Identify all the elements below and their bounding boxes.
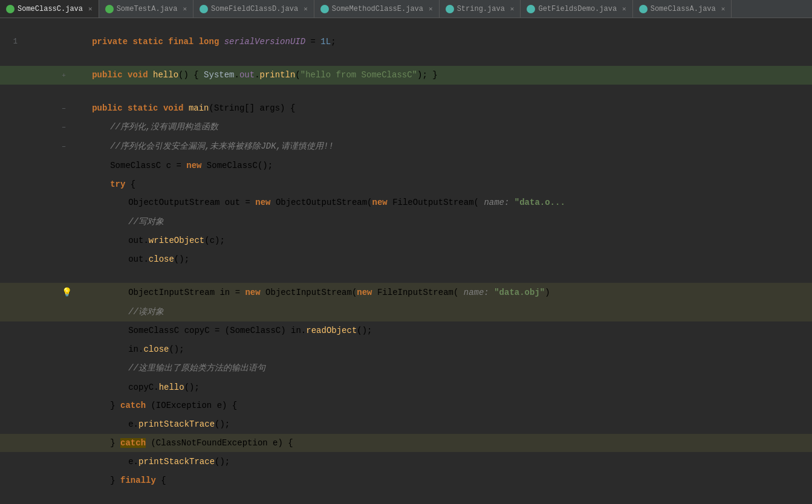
tab-close-string[interactable]: ✕ <box>510 5 515 13</box>
tab-icon-string <box>446 5 454 13</box>
tab-label-somefieldclassd: SomeFieldClassD.java <box>211 5 298 13</box>
tab-label-somemethodclasse: SomeMethodClassE.java <box>332 5 423 13</box>
line-num-1: 1 <box>0 34 21 49</box>
tab-close-getfieldsdemo[interactable]: ✕ <box>622 5 626 13</box>
tab-icon-sometesta <box>105 5 114 13</box>
tab-label-string: String.java <box>457 5 505 13</box>
tab-icon-someclassa <box>639 5 648 13</box>
tab-close-sometesta[interactable]: ✕ <box>183 5 187 13</box>
tab-label-someclassc: SomeClassC.java <box>18 5 83 13</box>
tab-somemethodclasse[interactable]: SomeMethodClassE.java ✕ <box>314 0 440 18</box>
tab-close-somemethodclasse[interactable]: ✕ <box>429 5 433 13</box>
tab-someclassa[interactable]: SomeClassA.java ✕ <box>633 0 732 18</box>
line-code-last <box>33 492 812 502</box>
tab-icon-somefieldclassd <box>200 5 208 13</box>
tab-icon-somemethodclasse <box>320 5 329 13</box>
tab-label-getfieldsdemo: GetFieldsDemo.java <box>538 5 617 13</box>
tab-icon-someclassc <box>6 5 15 13</box>
tab-close-someclassa[interactable]: ✕ <box>721 5 726 13</box>
tab-someclassc[interactable]: SomeClassC.java ✕ <box>0 0 99 18</box>
code-line-finally: } finally { <box>0 471 812 489</box>
code-line-outclose: out.close(); <box>0 250 812 269</box>
tab-close-somefieldclassd[interactable]: ✕ <box>304 5 308 13</box>
tab-string[interactable]: String.java ✕ <box>440 0 521 18</box>
code-line-last <box>0 489 812 504</box>
tab-close-someclassc[interactable]: ✕ <box>88 5 93 13</box>
tab-label-someclassa: SomeClassA.java <box>651 5 716 13</box>
tab-somefieldclassd[interactable]: SomeFieldClassD.java ✕ <box>193 0 314 18</box>
tab-getfieldsdemo[interactable]: GetFieldsDemo.java ✕ <box>521 0 632 18</box>
tab-sometesta[interactable]: SomeTestA.java ✕ <box>99 0 193 18</box>
code-line-1: 1 private static final long serialVersio… <box>0 33 812 51</box>
editor-container: 1 private static final long serialVersio… <box>0 18 812 504</box>
tab-icon-getfieldsdemo <box>527 5 535 13</box>
code-line-hello: + public void hello() { System.out.print… <box>0 66 812 85</box>
tab-bar: SomeClassC.java ✕ SomeTestA.java ✕ SomeF… <box>0 0 812 18</box>
tab-label-sometesta: SomeTestA.java <box>117 5 178 13</box>
